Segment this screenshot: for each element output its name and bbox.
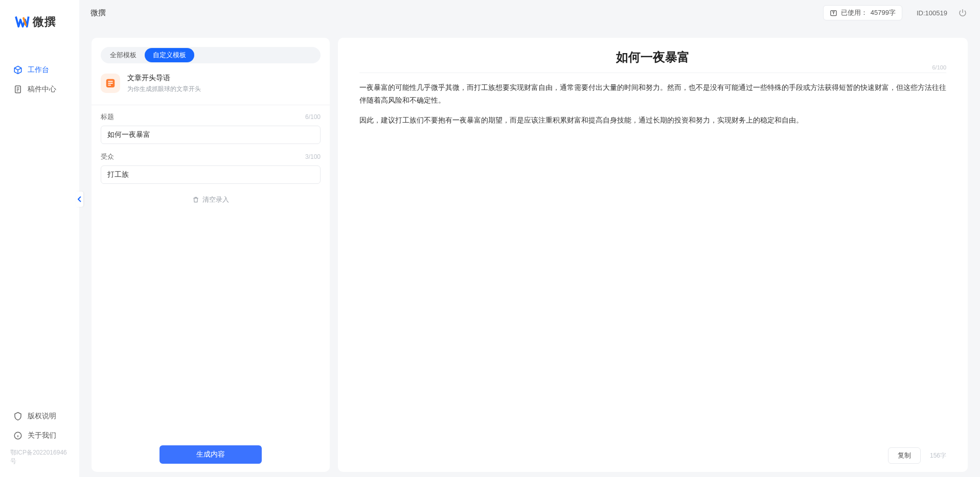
shield-icon <box>13 412 22 421</box>
nav-item-about[interactable]: 关于我们 <box>0 426 79 445</box>
content: 全部模板 自定义模板 文章开头导语 为你生成抓眼球的文章开头 标题 6/100 <box>79 26 980 477</box>
logout-button[interactable] <box>958 8 968 18</box>
nav: 工作台 稿件中心 <box>0 45 79 407</box>
logo-text: 微撰 <box>33 14 56 30</box>
audience-input[interactable] <box>101 165 321 184</box>
icp-text: 鄂ICP备2022016946号 <box>0 445 79 471</box>
app-root: 微撰 工作台 稿件中心 <box>0 0 980 477</box>
main: 微撰 已使用： 45799字 ID:100519 全部模板 自 <box>79 0 980 477</box>
template-icon <box>101 74 120 93</box>
generate-wrap: 生成内容 <box>92 445 330 464</box>
title-count: 6/100 <box>305 113 321 121</box>
text-icon <box>830 9 838 17</box>
nav-label: 关于我们 <box>28 431 56 440</box>
clear-label: 清空录入 <box>202 195 229 204</box>
audience-label: 受众 <box>101 152 114 161</box>
input-panel: 全部模板 自定义模板 文章开头导语 为你生成抓眼球的文章开头 标题 6/100 <box>92 38 330 472</box>
title-label-row: 标题 6/100 <box>101 112 321 122</box>
result-title-count: 6/100 <box>932 64 946 70</box>
template-desc: 为你生成抓眼球的文章开头 <box>127 85 201 93</box>
template-title: 文章开头导语 <box>127 74 201 83</box>
word-count: 156字 <box>930 451 946 460</box>
chevron-left-icon <box>78 196 82 202</box>
nav-item-workspace[interactable]: 工作台 <box>0 60 79 80</box>
nav-item-drafts[interactable]: 稿件中心 <box>0 80 79 99</box>
info-icon <box>13 431 22 440</box>
clear-input-button[interactable]: 清空录入 <box>101 195 321 204</box>
result-panel: 如何一夜暴富 6/100 一夜暴富的可能性几乎微乎其微，而打工族想要实现财富自由… <box>338 38 968 472</box>
svg-rect-10 <box>108 83 112 84</box>
nav-item-copyright[interactable]: 版权说明 <box>0 407 79 426</box>
doc-icon <box>13 85 22 94</box>
result-footer: 复制 156字 <box>359 442 946 464</box>
svg-rect-11 <box>108 85 111 86</box>
copy-button[interactable]: 复制 <box>888 447 921 464</box>
result-title: 如何一夜暴富 <box>359 49 946 65</box>
page-title: 微撰 <box>90 8 106 18</box>
tab-all-templates[interactable]: 全部模板 <box>102 48 145 62</box>
divider <box>92 105 330 105</box>
audience-label-row: 受众 3/100 <box>101 152 321 161</box>
sidebar: 微撰 工作台 稿件中心 <box>0 0 79 477</box>
logo: 微撰 <box>0 0 79 45</box>
power-icon <box>958 8 967 17</box>
cube-icon <box>13 65 22 75</box>
usage-value: 45799字 <box>871 8 896 17</box>
result-title-row: 如何一夜暴富 6/100 <box>359 49 946 73</box>
usage-label: 已使用： <box>841 8 868 17</box>
sidebar-footer: 版权说明 关于我们 鄂ICP备2022016946号 <box>0 407 79 477</box>
usage-badge[interactable]: 已使用： 45799字 <box>823 5 902 20</box>
generate-button[interactable]: 生成内容 <box>159 445 262 464</box>
nav-label: 版权说明 <box>28 412 56 421</box>
header: 微撰 已使用： 45799字 ID:100519 <box>79 0 980 26</box>
result-paragraph: 一夜暴富的可能性几乎微乎其微，而打工族想要实现财富自由，通常需要付出大量的时间和… <box>359 81 946 107</box>
nav-label: 工作台 <box>28 65 49 75</box>
template-tabs: 全部模板 自定义模板 <box>101 47 321 63</box>
template-card: 文章开头导语 为你生成抓眼球的文章开头 <box>101 71 321 103</box>
tab-custom-templates[interactable]: 自定义模板 <box>145 48 194 62</box>
result-body: 一夜暴富的可能性几乎微乎其微，而打工族想要实现财富自由，通常需要付出大量的时间和… <box>359 78 946 442</box>
title-input[interactable] <box>101 126 321 144</box>
nav-label: 稿件中心 <box>28 85 56 94</box>
logo-icon <box>14 15 30 29</box>
audience-count: 3/100 <box>305 153 321 160</box>
svg-rect-9 <box>108 81 112 82</box>
result-paragraph: 因此，建议打工族们不要抱有一夜暴富的期望，而是应该注重积累财富和提高自身技能，通… <box>359 114 946 127</box>
sidebar-toggle[interactable] <box>76 192 83 207</box>
trash-icon <box>192 196 199 203</box>
user-id: ID:100519 <box>917 9 947 17</box>
template-info: 文章开头导语 为你生成抓眼球的文章开头 <box>127 74 201 93</box>
title-label: 标题 <box>101 112 114 122</box>
